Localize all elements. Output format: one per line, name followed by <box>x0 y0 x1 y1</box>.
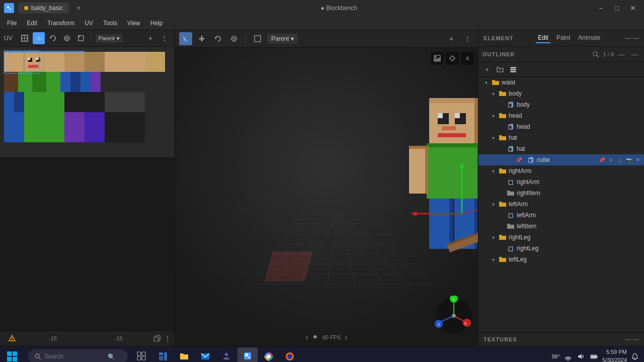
uv-canvas[interactable] <box>0 47 175 330</box>
close-button[interactable]: ✕ <box>626 3 640 13</box>
menu-edit[interactable]: Edit <box>22 18 42 29</box>
outliner-item-body-mesh[interactable]: ▾ body ✕ △ 📷 👁 <box>478 99 644 110</box>
prev-frame-btn[interactable]: ‹ <box>305 333 308 342</box>
body-mesh-x-btn[interactable]: ✕ <box>607 101 615 109</box>
uv-more-options[interactable]: ⋮ <box>165 335 171 342</box>
menu-file[interactable]: File <box>2 18 22 29</box>
viewport-3d[interactable]: ≡ X Y Z <box>175 48 478 346</box>
rightarm-mesh-tri[interactable]: △ <box>616 178 624 186</box>
head-group-tri-btn[interactable]: △ <box>616 112 624 120</box>
view-toggle-btn[interactable] <box>508 64 519 75</box>
tab-animate[interactable]: Animate <box>576 33 602 43</box>
panel-collapse-btn[interactable]: — <box>625 35 631 42</box>
next-frame-btn[interactable]: › <box>345 333 347 342</box>
vp-tool-5[interactable] <box>251 32 264 45</box>
head-group-vis-btn[interactable]: 👁 <box>634 112 642 120</box>
body-group-cam-btn[interactable]: 📷 <box>625 89 633 98</box>
rightarm-mesh-vis[interactable]: 👁 <box>634 178 642 186</box>
leftitem-tri[interactable]: △ <box>616 222 624 230</box>
leftarm-tri[interactable]: △ <box>616 200 624 208</box>
clock-display[interactable]: 5:59 PM 5/30/2024 <box>602 348 627 362</box>
rightleg-vis[interactable]: 👁 <box>634 233 642 241</box>
waist-vis-btn[interactable]: 👁 <box>634 78 642 86</box>
vp-overflow-btn[interactable]: ⋮ <box>461 32 474 45</box>
vp-tool-select[interactable] <box>179 32 192 45</box>
head-group-cam-btn[interactable]: 📷 <box>625 112 633 120</box>
vp-tool-move[interactable] <box>195 32 208 45</box>
rightleg-mesh-x[interactable]: ✕ <box>607 244 615 252</box>
hat-group-x-btn[interactable]: ✕ <box>607 134 615 142</box>
hat-group-vis-btn[interactable]: 👁 <box>634 134 642 142</box>
outliner-item-hat-group[interactable]: ▾ hat ✕ △ 📷 👁 <box>478 132 644 143</box>
body-group-x-btn[interactable]: ✕ <box>607 89 615 98</box>
new-tab-button[interactable]: + <box>73 3 84 14</box>
hat-mesh-vis-btn[interactable]: 👁 <box>634 145 642 153</box>
outliner-item-rightleg-group[interactable]: ▾ rightLeg ✕ △ 📷 👁 <box>478 232 644 243</box>
leftarm-mesh-tri[interactable]: △ <box>616 211 624 219</box>
body-mesh-vis-btn[interactable]: 👁 <box>634 101 642 109</box>
waist-cam-btn[interactable]: 📷 <box>625 78 633 86</box>
mail-btn[interactable] <box>195 347 215 363</box>
viewport-lighting-btn[interactable] <box>446 52 459 65</box>
head-group-x-btn[interactable]: ✕ <box>607 112 615 120</box>
uv-add-btn[interactable]: + <box>144 32 156 44</box>
cube-vis-btn[interactable]: 👁 <box>634 156 642 164</box>
outliner-item-head-mesh[interactable]: ▾ head ✕ △ 📷 👁 <box>478 121 644 132</box>
uv-tool-5[interactable] <box>75 32 87 44</box>
uv-tool-rotate[interactable] <box>47 32 59 44</box>
uv-tool-1[interactable] <box>19 32 31 44</box>
outliner-search-btn[interactable] <box>590 49 601 60</box>
outliner-collapse-btn[interactable]: — <box>616 49 627 60</box>
outliner-item-hat-mesh[interactable]: ▾ hat ✕ △ 📷 👁 <box>478 143 644 154</box>
rightleg-mesh-cam[interactable]: 📷 <box>625 244 633 252</box>
uv-more-btn[interactable]: ⋮ <box>158 32 171 44</box>
hat-group-cam-btn[interactable]: 📷 <box>625 134 633 142</box>
blockbench-taskbar-btn[interactable] <box>237 347 258 363</box>
menu-help[interactable]: Help <box>145 18 168 29</box>
textures-expand-btn[interactable]: — <box>633 336 639 343</box>
cube-tri-btn[interactable]: △ <box>616 156 624 164</box>
body-group-vis-btn[interactable]: 👁 <box>634 89 642 98</box>
parent-dropdown[interactable]: Parent ▾ <box>96 34 123 43</box>
add-folder-btn[interactable]: + <box>495 64 506 75</box>
leftarm-cam[interactable]: 📷 <box>625 200 633 208</box>
taskview-btn[interactable] <box>132 347 152 363</box>
leftitem-vis[interactable]: 👁 <box>634 222 642 230</box>
tab-edit[interactable]: Edit <box>536 33 550 43</box>
minimize-button[interactable]: − <box>594 3 608 13</box>
rightitem-cam[interactable]: 📷 <box>625 189 633 197</box>
outliner-item-rightitem[interactable]: ▾ rightItem ✕ △ 📷 👁 <box>478 188 644 199</box>
leftleg-x[interactable]: ✕ <box>607 255 615 263</box>
leftleg-tri[interactable]: △ <box>616 255 624 263</box>
outliner-item-leftitem[interactable]: ▾ leftItem ✕ △ 📷 👁 <box>478 221 644 232</box>
cube-pin-act-btn[interactable]: 📌 <box>598 156 606 164</box>
leftleg-vis[interactable]: 👁 <box>634 255 642 263</box>
viewport-image-btn[interactable] <box>431 52 444 65</box>
menu-tools[interactable]: Tools <box>98 18 122 29</box>
outliner-expand-btn[interactable]: — <box>629 49 640 60</box>
hat-mesh-tri-btn[interactable]: △ <box>616 145 624 153</box>
rightitem-tri[interactable]: △ <box>616 189 624 197</box>
taskbar-search[interactable]: 🔍 <box>28 349 128 363</box>
start-button[interactable] <box>4 348 20 363</box>
rightarm-tri-btn[interactable]: △ <box>616 167 624 175</box>
viewport-display-btn[interactable]: ≡ <box>461 52 474 65</box>
head-mesh-tri-btn[interactable]: △ <box>616 123 624 131</box>
teams-btn[interactable] <box>216 347 236 363</box>
file-tab[interactable]: baldy_basic <box>18 3 69 14</box>
textures-collapse-btn[interactable]: — <box>625 336 631 343</box>
body-mesh-tri-btn[interactable]: △ <box>616 101 624 109</box>
maximize-button[interactable]: □ <box>610 3 624 13</box>
tray-speaker[interactable] <box>576 351 586 361</box>
rightitem-x[interactable]: ✕ <box>607 189 615 197</box>
head-mesh-cam-btn[interactable]: 📷 <box>625 123 633 131</box>
outliner-item-leftleg-group[interactable]: ▾ leftLeg ✕ △ 📷 👁 <box>478 254 644 265</box>
body-group-tri-btn[interactable]: △ <box>616 89 624 98</box>
parent-mode-button[interactable]: Parent ▾ <box>267 34 298 44</box>
rightleg-mesh-vis[interactable]: 👁 <box>634 244 642 252</box>
hat-mesh-x-btn[interactable]: ✕ <box>607 145 615 153</box>
vp-tool-scale[interactable] <box>227 32 240 45</box>
waist-tri-btn[interactable]: △ <box>616 78 624 86</box>
head-mesh-vis-btn[interactable]: 👁 <box>634 123 642 131</box>
outliner-item-cube[interactable]: ▾ 📌 cube 📌 ✕ △ 📷 👁 <box>478 154 644 165</box>
